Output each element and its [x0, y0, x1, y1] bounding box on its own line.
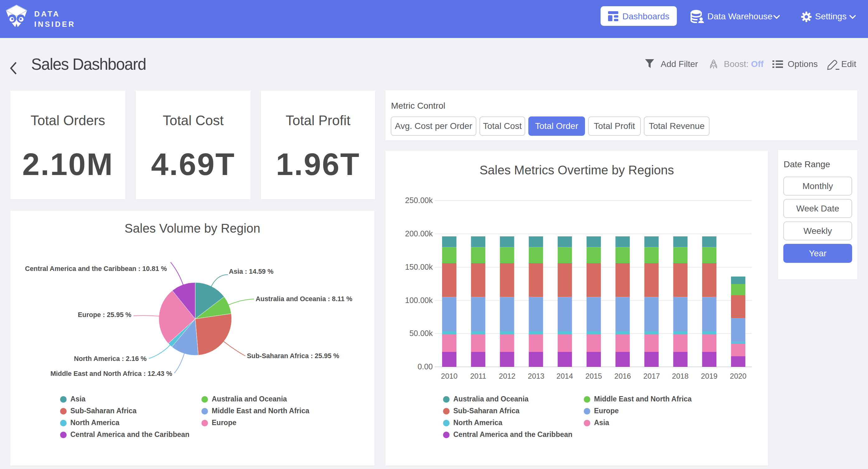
svg-text:2015: 2015 — [585, 372, 602, 380]
svg-text:0.00: 0.00 — [417, 362, 433, 371]
svg-text:100.00k: 100.00k — [405, 296, 433, 304]
svg-text:150.00k: 150.00k — [405, 263, 433, 271]
svg-text:2017: 2017 — [643, 372, 660, 380]
svg-text:2019: 2019 — [701, 372, 717, 380]
svg-text:2013: 2013 — [528, 372, 544, 380]
svg-text:50.00k: 50.00k — [409, 329, 433, 338]
svg-text:2014: 2014 — [556, 372, 573, 380]
svg-text:200.00k: 200.00k — [405, 229, 433, 238]
svg-text:250.00k: 250.00k — [405, 196, 433, 205]
svg-text:2020: 2020 — [730, 372, 746, 380]
svg-text:2010: 2010 — [441, 372, 457, 380]
svg-text:2011: 2011 — [470, 372, 486, 380]
svg-text:2012: 2012 — [499, 372, 515, 380]
svg-text:2018: 2018 — [672, 372, 688, 380]
svg-text:2016: 2016 — [614, 372, 631, 380]
